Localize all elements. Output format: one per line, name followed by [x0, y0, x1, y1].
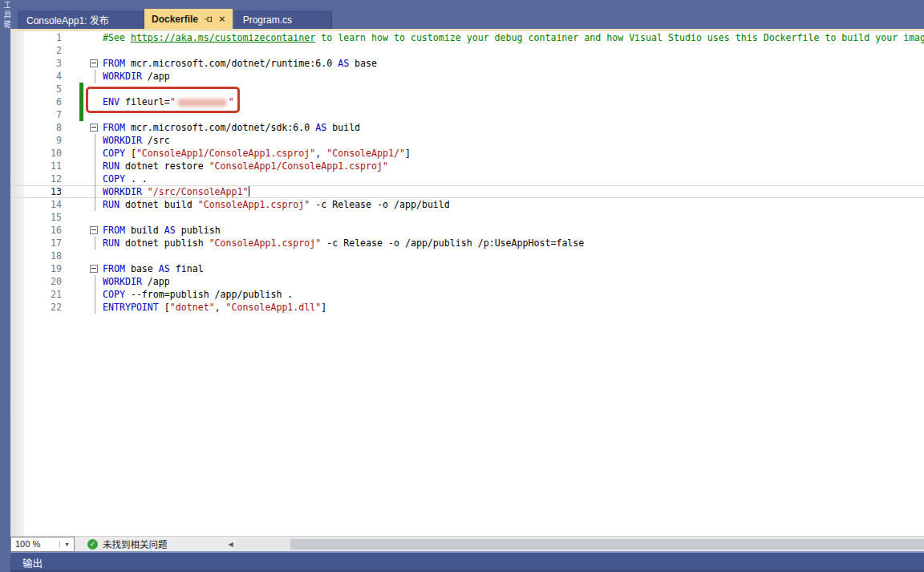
code-line-17[interactable]: 17RUN dotnet publish "ConsoleApp1.csproj…	[10, 237, 924, 249]
fold-toggle-icon[interactable]	[90, 124, 98, 132]
pin-icon[interactable]	[204, 14, 213, 24]
code-line-2[interactable]: 2	[10, 44, 924, 57]
code-token: dotnet restore	[120, 160, 209, 172]
fold-column	[88, 185, 101, 198]
code-line-9[interactable]: 9WORKDIR /src	[10, 134, 924, 147]
code-token: /app	[142, 71, 170, 82]
document-health-indicator[interactable]: ✓ 未找到相关问题	[87, 538, 168, 550]
change-bar	[79, 237, 83, 249]
output-panel-title: 输出	[22, 558, 43, 570]
tab-label: ConsoleApp1: 发布	[26, 13, 109, 26]
code-token: /src	[142, 135, 170, 146]
code-token: ,	[315, 148, 326, 159]
fold-column	[88, 237, 101, 249]
code-token: RUN	[103, 199, 120, 210]
text-caret	[249, 186, 249, 197]
line-number: 9	[10, 134, 68, 147]
fold-column	[88, 211, 101, 224]
code-token: final	[170, 263, 204, 274]
code-token: WORKDIR	[103, 186, 142, 197]
code-line-21[interactable]: 21COPY --from=publish /app/publish .	[10, 288, 924, 301]
code-line-16[interactable]: 16FROM build AS publish	[10, 224, 924, 237]
code-token: RUN	[103, 237, 120, 249]
document-area: ConsoleApp1: 发布 Dockerfile × Program.cs …	[10, 0, 924, 572]
code-line-3[interactable]: 3FROM mcr.microsoft.com/dotnet/runtime:6…	[10, 57, 924, 70]
code-line-20[interactable]: 20WORKDIR /app	[10, 275, 924, 288]
line-number: 15	[10, 211, 68, 224]
toolbox-vertical-tab[interactable]: 工具箱	[1, 1, 10, 30]
scroll-left-icon[interactable]: ◀	[225, 541, 236, 548]
code-line-18[interactable]: 18	[10, 249, 924, 262]
tab-dockerfile[interactable]: Dockerfile ×	[144, 9, 233, 29]
code-line-10[interactable]: 10COPY ["ConsoleApp1/ConsoleApp1.csproj"…	[10, 147, 924, 160]
indent-guide	[95, 275, 95, 288]
code-line-1[interactable]: 1#See https://aka.ms/customizecontainer …	[10, 31, 924, 44]
code-token: AS	[315, 122, 326, 133]
tab-consoleapp1-publish[interactable]: ConsoleApp1: 发布	[18, 10, 144, 29]
code-text: WORKDIR /src	[103, 134, 170, 147]
code-token: "ConsoleApp1.dll"	[226, 302, 322, 313]
code-text: COPY . .	[103, 172, 148, 185]
code-editor[interactable]: 1#See https://aka.ms/customizecontainer …	[10, 31, 924, 536]
fold-column	[88, 134, 101, 147]
code-text: #See https://aka.ms/customizecontainer t…	[103, 31, 924, 44]
code-text: FROM mcr.microsoft.com/dotnet/runtime:6.…	[103, 57, 377, 70]
code-lines: 1#See https://aka.ms/customizecontainer …	[10, 31, 924, 314]
code-token	[142, 186, 148, 197]
fold-column	[88, 44, 101, 57]
indent-guide	[95, 160, 95, 172]
code-line-12[interactable]: 12COPY . .	[10, 172, 924, 185]
comment-link[interactable]: https://aka.ms/customizecontainer	[131, 32, 315, 43]
change-bar	[79, 31, 83, 44]
fold-column	[88, 147, 101, 160]
zoom-level-value: 100 %	[15, 539, 40, 549]
scrollbar-track[interactable]	[236, 538, 924, 550]
code-token: build	[125, 225, 164, 236]
line-number: 17	[10, 237, 68, 249]
line-number: 20	[10, 275, 68, 288]
code-token: AS	[164, 225, 176, 236]
fold-toggle-icon[interactable]	[90, 59, 98, 67]
horizontal-scrollbar[interactable]: ◀	[225, 537, 924, 552]
fold-column	[88, 121, 101, 134]
tab-label: Program.cs	[243, 14, 292, 26]
change-bar	[79, 262, 83, 275]
code-line-19[interactable]: 19FROM base AS final	[10, 262, 924, 275]
toolbox-side-rail: 工具箱	[0, 0, 10, 572]
code-token: ,	[215, 302, 226, 313]
code-line-4[interactable]: 4WORKDIR /app	[10, 70, 924, 83]
code-line-11[interactable]: 11RUN dotnet restore "ConsoleApp1/Consol…	[10, 160, 924, 172]
code-token: AS	[338, 58, 349, 69]
code-text: ENTRYPOINT ["dotnet", "ConsoleApp1.dll"]	[103, 301, 326, 314]
output-panel-header[interactable]: 输出	[10, 551, 924, 572]
change-bar	[79, 301, 83, 314]
code-token: mcr.microsoft.com/dotnet/runtime:6.0	[125, 58, 338, 69]
line-number: 13	[10, 185, 68, 198]
code-line-13[interactable]: 13WORKDIR "/src/ConsoleApp1"	[10, 185, 924, 198]
change-bar	[79, 57, 83, 70]
line-number: 8	[10, 121, 68, 134]
scrollbar-thumb[interactable]	[290, 539, 924, 550]
code-text: RUN dotnet restore "ConsoleApp1/ConsoleA…	[103, 160, 388, 172]
indent-guide	[95, 198, 95, 211]
indent-guide	[95, 134, 95, 147]
code-line-15[interactable]: 15	[10, 211, 924, 224]
line-number: 3	[10, 57, 68, 70]
indent-guide	[95, 70, 95, 83]
code-text: RUN dotnet publish "ConsoleApp1.csproj" …	[103, 237, 584, 249]
code-token: COPY	[103, 173, 125, 185]
code-token: base	[125, 263, 159, 274]
line-number: 4	[10, 70, 68, 83]
code-line-8[interactable]: 8FROM mcr.microsoft.com/dotnet/sdk:6.0 A…	[10, 121, 924, 134]
fold-toggle-icon[interactable]	[90, 226, 98, 234]
change-bar	[79, 198, 83, 211]
close-icon[interactable]: ×	[219, 14, 225, 24]
tab-programcs[interactable]: Program.cs	[234, 10, 332, 29]
code-line-14[interactable]: 14RUN dotnet build "ConsoleApp1.csproj" …	[10, 198, 924, 211]
fold-toggle-icon[interactable]	[90, 265, 98, 273]
zoom-level-select[interactable]: 100 % ▼	[10, 537, 75, 552]
code-line-22[interactable]: 22ENTRYPOINT ["dotnet", "ConsoleApp1.dll…	[10, 301, 924, 314]
change-bar	[79, 121, 83, 134]
code-token: "dotnet"	[170, 302, 215, 313]
line-number: 18	[10, 249, 68, 262]
